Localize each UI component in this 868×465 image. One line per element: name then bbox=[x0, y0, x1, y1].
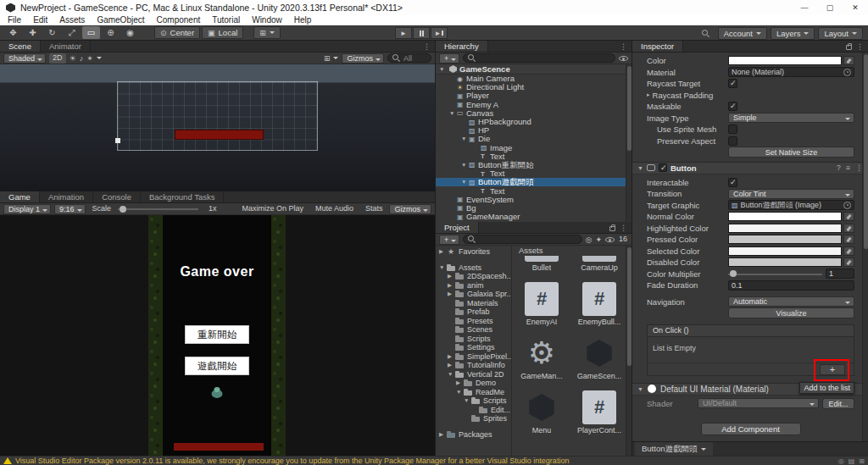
expand-arrow-icon[interactable] bbox=[448, 352, 455, 361]
menu-item[interactable]: Window bbox=[246, 15, 288, 25]
asset-tile[interactable]: PlayerCont... bbox=[575, 390, 624, 435]
project-search-input[interactable] bbox=[463, 235, 581, 244]
asset-tile[interactable]: EnemyAI bbox=[517, 282, 566, 326]
hierarchy-row[interactable]: Directional Light bbox=[436, 83, 632, 91]
expand-arrow-icon[interactable] bbox=[448, 272, 455, 280]
lock-icon[interactable] bbox=[609, 226, 615, 231]
tab[interactable]: Game bbox=[0, 191, 40, 202]
expand-arrow-icon[interactable] bbox=[456, 379, 464, 387]
eyedropper-icon[interactable] bbox=[843, 235, 854, 244]
hierarchy-row[interactable]: Main Camera bbox=[436, 75, 632, 83]
expand-arrow-icon[interactable] bbox=[456, 388, 464, 396]
folder-row[interactable]: Demo bbox=[436, 379, 511, 388]
progress-icon[interactable]: ⊞ bbox=[859, 457, 865, 465]
expand-arrow-icon[interactable] bbox=[439, 430, 447, 439]
2d-toggle[interactable]: 2D bbox=[49, 53, 66, 64]
hierarchy-row[interactable]: Text bbox=[436, 186, 632, 195]
lock-icon[interactable] bbox=[846, 45, 852, 50]
image-type-dropdown[interactable]: Simple bbox=[728, 113, 854, 123]
start-game-button[interactable]: 遊戲開始 bbox=[186, 357, 248, 374]
folder-row[interactable]: Sprites bbox=[436, 414, 511, 423]
folder-row[interactable]: Assets bbox=[436, 263, 511, 273]
folder-row[interactable]: Vertical 2D bbox=[436, 370, 511, 379]
menu-item[interactable]: GameObject bbox=[91, 15, 150, 25]
game-gizmos-dropdown[interactable]: Gizmos bbox=[389, 204, 431, 214]
panel-menu-icon[interactable]: ⋮ bbox=[856, 42, 864, 51]
game-toolbar-toggle[interactable]: Mute Audio bbox=[312, 204, 357, 214]
navigation-dropdown[interactable]: Automatic bbox=[728, 296, 854, 307]
hierarchy-row[interactable]: Image bbox=[436, 144, 632, 152]
tab[interactable]: Animation bbox=[40, 191, 93, 202]
layers-dropdown[interactable]: Layers bbox=[771, 27, 815, 40]
hierarchy-row[interactable]: GameManager bbox=[436, 213, 632, 221]
object-picker-icon[interactable] bbox=[843, 69, 851, 76]
hidden-packages-icon[interactable] bbox=[605, 236, 615, 243]
folder-row[interactable]: Settings bbox=[436, 343, 511, 352]
create-asset-dropdown[interactable]: + bbox=[439, 235, 459, 245]
preserve-aspect-checkbox[interactable] bbox=[728, 136, 737, 146]
hand-tool-icon[interactable] bbox=[4, 26, 22, 39]
eyedropper-icon[interactable] bbox=[843, 246, 854, 256]
hierarchy-row[interactable]: Button重新開始 bbox=[436, 161, 632, 169]
menu-item[interactable]: Tutorial bbox=[206, 15, 246, 25]
raycast-padding-row[interactable]: ▸Raycast Padding bbox=[647, 90, 854, 102]
presets-icon[interactable]: ≡ bbox=[846, 163, 850, 172]
hierarchy-row[interactable]: Canvas bbox=[436, 109, 632, 118]
hierarchy-scrollbar[interactable] bbox=[626, 64, 632, 222]
tab[interactable]: Background Tasks bbox=[141, 191, 224, 202]
asset-tile[interactable]: GameMan... bbox=[517, 336, 566, 380]
search-by-type-icon[interactable]: ◎ bbox=[586, 235, 593, 244]
target-graphic-field[interactable]: ▨Button遊戲開頭 (Image) bbox=[728, 200, 854, 210]
expand-arrow-icon[interactable] bbox=[448, 361, 455, 369]
create-object-dropdown[interactable]: + bbox=[439, 53, 459, 64]
eyedropper-icon[interactable] bbox=[843, 212, 854, 221]
expand-arrow-icon[interactable] bbox=[448, 370, 455, 379]
folder-row[interactable]: 2DSpacesh... bbox=[436, 272, 511, 281]
rect-tool-icon[interactable] bbox=[82, 26, 100, 39]
scene-viewport[interactable] bbox=[0, 64, 435, 191]
tab[interactable]: Scene bbox=[0, 41, 41, 52]
folder-row[interactable]: Prefab bbox=[436, 307, 511, 317]
close-button[interactable] bbox=[843, 0, 868, 15]
game-toolbar-toggle[interactable]: Stats bbox=[362, 204, 387, 214]
custom-tool-icon[interactable] bbox=[121, 26, 139, 39]
color-field[interactable] bbox=[728, 224, 854, 233]
set-native-size-button[interactable]: Set Native Size bbox=[728, 147, 854, 158]
minimize-button[interactable] bbox=[792, 0, 817, 15]
panel-menu-icon[interactable]: ⋮ bbox=[620, 42, 627, 51]
scale-tool-icon[interactable] bbox=[63, 26, 81, 39]
folder-row[interactable]: Galaxia Spr... bbox=[436, 290, 511, 299]
color-multiplier-slider[interactable] bbox=[728, 268, 822, 279]
grid-visibility-arrow[interactable] bbox=[333, 57, 338, 59]
display-dropdown[interactable]: Display 1 bbox=[3, 204, 51, 214]
asset-tile[interactable]: Bullet bbox=[517, 256, 566, 272]
color-field[interactable] bbox=[728, 56, 854, 65]
asset-tile[interactable]: CameraUp bbox=[575, 256, 624, 272]
asset-tile[interactable]: GameScen... bbox=[575, 336, 624, 380]
hierarchy-row[interactable]: Die bbox=[436, 135, 632, 143]
material-object-field[interactable]: None (Material) bbox=[728, 67, 854, 77]
effects-arrow[interactable] bbox=[97, 57, 102, 59]
transform-tool-icon[interactable] bbox=[102, 26, 120, 39]
scale-slider[interactable] bbox=[118, 204, 198, 214]
hierarchy-row[interactable]: HP bbox=[436, 126, 632, 135]
search-everything-icon[interactable] bbox=[697, 27, 715, 40]
project-scrollbar[interactable] bbox=[626, 246, 632, 456]
step-button[interactable]: ► bbox=[431, 27, 448, 39]
object-picker-icon[interactable] bbox=[843, 202, 851, 209]
scene-header-row[interactable]: ▼ GameScence bbox=[436, 64, 632, 75]
edit-shader-button[interactable]: Edit... bbox=[822, 398, 854, 409]
folder-row[interactable]: Scenes bbox=[436, 325, 511, 335]
rect-handle[interactable] bbox=[115, 138, 120, 143]
panel-menu-icon[interactable]: ⋮ bbox=[620, 224, 627, 232]
maximize-button[interactable] bbox=[817, 0, 843, 15]
grid-visibility-icon[interactable]: ⊞ bbox=[324, 54, 331, 63]
search-by-label-icon[interactable]: ✦ bbox=[595, 235, 602, 244]
lighting-toggle-icon[interactable]: ☀ bbox=[70, 54, 76, 63]
hierarchy-search-input[interactable] bbox=[463, 53, 615, 63]
maskable-checkbox[interactable] bbox=[728, 102, 737, 111]
asset-tile[interactable]: EnemyBull... bbox=[575, 282, 624, 326]
asset-tile[interactable]: Menu bbox=[517, 390, 566, 435]
transition-dropdown[interactable]: Color Tint bbox=[728, 189, 854, 199]
restart-game-button[interactable]: 重新開始 bbox=[186, 326, 248, 343]
